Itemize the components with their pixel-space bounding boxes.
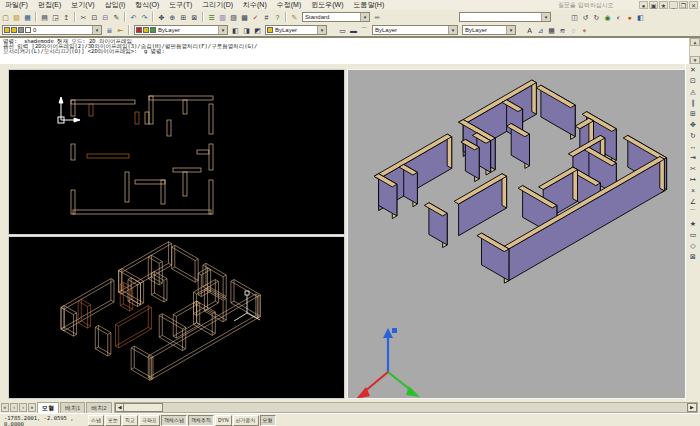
chevron-down-icon[interactable]: ▾ <box>448 26 457 34</box>
zoom-previous-button[interactable]: ⊠ <box>190 12 200 23</box>
view-combo[interactable]: ▾ <box>459 12 551 22</box>
menu-item-format[interactable]: 형식(O) <box>130 1 164 8</box>
panel-button[interactable]: ▣ <box>649 1 658 9</box>
tab-nav-icon-1[interactable]: ‹ <box>10 403 18 412</box>
redo-button[interactable]: ↷ <box>140 12 150 23</box>
help-button[interactable]: ? <box>273 12 283 23</box>
orbit-button[interactable]: ◉ <box>603 12 613 23</box>
table-style-button[interactable]: ▦ <box>547 25 557 36</box>
horizontal-scrollbar[interactable]: ◀ ▶ <box>114 402 698 413</box>
layer-state-button[interactable]: ◨ <box>242 25 252 36</box>
linetype-combo[interactable]: ByLayer▾ <box>372 25 458 35</box>
plot-preview-button[interactable]: ◲ <box>51 12 61 23</box>
new-button[interactable]: ▢ <box>1 12 11 23</box>
scroll-up-icon[interactable]: ▲ <box>690 38 700 46</box>
array-button[interactable]: ⊞ <box>688 108 699 119</box>
minimize-button[interactable]: _ <box>669 1 678 9</box>
zoom-window-button[interactable]: ⊞ <box>179 12 189 23</box>
tab-model[interactable]: 모형 <box>37 402 59 413</box>
menu-item-file[interactable]: 파일(F) <box>0 1 33 8</box>
chevron-down-icon[interactable]: ▾ <box>317 26 326 34</box>
fillet-button[interactable]: ⌒ <box>688 207 699 218</box>
tab-layout1[interactable]: 배치1 <box>60 402 85 413</box>
plotstyle-combo[interactable]: ByLayer▾ <box>265 25 327 35</box>
tab-layout2[interactable]: 배치2 <box>86 402 111 413</box>
text-style-button[interactable]: A <box>525 25 535 36</box>
point-style-button[interactable]: ◌ <box>569 25 579 36</box>
shaded-view-canvas[interactable] <box>348 70 685 398</box>
command-scrollbar[interactable]: ▲ ▼ <box>689 38 700 64</box>
scroll-right-icon[interactable]: ▶ <box>687 403 697 412</box>
menu-item-insert[interactable]: 삽입(I) <box>100 1 131 8</box>
menu-item-window[interactable]: 윈도우(W) <box>306 1 348 8</box>
chevron-down-icon[interactable]: ▾ <box>506 26 515 34</box>
tab-nav-icon-2[interactable]: › <box>19 403 27 412</box>
rotate-button[interactable]: ↻ <box>688 130 699 141</box>
viewport-wireframe[interactable] <box>8 236 345 399</box>
quickcalc-button[interactable]: # <box>262 12 272 23</box>
lineweight-icon[interactable]: ▬ <box>349 25 359 36</box>
dim-style-button[interactable]: ⊿ <box>536 25 546 36</box>
ucs-style-button[interactable]: ⌖ <box>580 25 590 36</box>
toggle-grid[interactable]: 모눈 <box>105 415 121 426</box>
chevron-down-icon[interactable]: ▾ <box>360 13 369 21</box>
wireframe-view-canvas[interactable] <box>9 237 344 398</box>
search-button[interactable]: ● <box>639 1 648 9</box>
view-undo-button[interactable]: ↺ <box>581 12 591 23</box>
move-button[interactable]: ✥ <box>688 119 699 130</box>
menu-item-draw[interactable]: 그리기(D) <box>197 1 238 8</box>
undo-button[interactable]: ↶ <box>129 12 139 23</box>
menu-item-dimension[interactable]: 치수(N) <box>238 1 272 8</box>
offset-button[interactable]: ∥ <box>688 97 699 108</box>
close-button[interactable]: ✕ <box>689 1 698 9</box>
camera-button[interactable]: ◐ <box>614 12 624 23</box>
save-button[interactable]: ▦ <box>23 12 33 23</box>
toggle-model[interactable]: 모형 <box>260 415 276 426</box>
menu-item-modify[interactable]: 수정(M) <box>272 1 307 8</box>
designcenter-button[interactable]: ▥ <box>218 12 228 23</box>
pencil-icon[interactable]: ✏ <box>373 12 383 23</box>
paste-button[interactable]: ⊟ <box>101 12 111 23</box>
toggle-lwt[interactable]: 선가중치 <box>233 415 259 426</box>
toggle-ortho[interactable]: 직교 <box>122 415 138 426</box>
polygon-button[interactable]: ◇ <box>688 240 699 251</box>
extend-button[interactable]: ↦ <box>688 174 699 185</box>
trim-button[interactable]: ✂ <box>688 163 699 174</box>
tab-nav-icon-3[interactable]: » <box>28 403 36 412</box>
menu-item-help[interactable]: 도움말(H) <box>349 1 390 8</box>
plan-view-canvas[interactable] <box>9 70 344 234</box>
chevron-down-icon[interactable]: ▾ <box>541 13 550 21</box>
viewport-plan[interactable] <box>8 69 345 235</box>
sketch-icon[interactable]: ✎ <box>290 12 300 23</box>
explode-button[interactable]: ★ <box>688 218 699 229</box>
chamfer-button[interactable]: ∠ <box>688 196 699 207</box>
mline-style-button[interactable]: ≋ <box>558 25 568 36</box>
plot-button[interactable]: ▤ <box>40 12 50 23</box>
view-redo-button[interactable]: ↻ <box>592 12 602 23</box>
join-button[interactable]: ⊠ <box>688 251 699 262</box>
menu-item-edit[interactable]: 편집(E) <box>33 1 66 8</box>
markup-button[interactable]: ✓ <box>251 12 261 23</box>
scale-button[interactable]: ↔ <box>688 141 699 152</box>
erase-button[interactable]: ✕ <box>688 64 699 75</box>
linetype-icon[interactable]: ▭ <box>338 25 348 36</box>
region-button[interactable]: ▭ <box>688 229 699 240</box>
scroll-down-icon[interactable]: ▼ <box>690 56 700 64</box>
break-button[interactable]: × <box>688 185 699 196</box>
match-properties-button[interactable]: ✎ <box>112 12 122 23</box>
scroll-thumb[interactable] <box>123 403 163 412</box>
named-views-button[interactable]: ◫ <box>570 12 580 23</box>
menu-item-tools[interactable]: 도구(T) <box>164 1 197 8</box>
shade-button[interactable]: ◧ <box>636 12 646 23</box>
publish-button[interactable]: ↥ <box>62 12 72 23</box>
mirror-button[interactable]: ◬ <box>688 86 699 97</box>
layer-combo[interactable]: 0▾ <box>2 25 102 35</box>
pan-button[interactable]: ✥ <box>157 12 167 23</box>
layer-lock-button[interactable]: ◩ <box>253 25 263 36</box>
zoom-realtime-button[interactable]: ⊕ <box>168 12 178 23</box>
workspace-combo[interactable]: Standard▾ <box>302 12 370 22</box>
toggle-polar[interactable]: 극좌표 <box>139 415 160 426</box>
sheet-set-button[interactable]: ▩ <box>240 12 250 23</box>
tool-palettes-button[interactable]: ▨ <box>229 12 239 23</box>
render-button[interactable]: ● <box>625 12 635 23</box>
